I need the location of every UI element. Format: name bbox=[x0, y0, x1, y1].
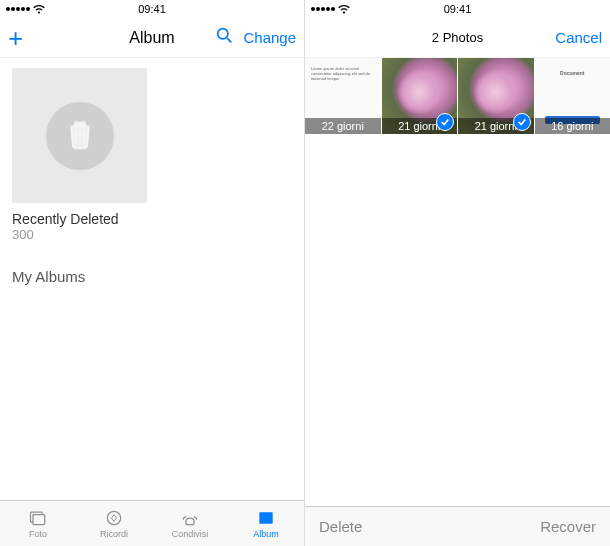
delete-button[interactable]: Delete bbox=[319, 518, 362, 535]
albums-screen: 09:41 + Album Change Recently Deleted 30… bbox=[0, 0, 305, 546]
svg-point-0 bbox=[218, 29, 228, 39]
svg-rect-5 bbox=[259, 512, 272, 524]
search-icon[interactable] bbox=[216, 27, 233, 48]
signal-icons bbox=[6, 5, 45, 14]
status-time: 09:41 bbox=[444, 3, 472, 15]
add-button[interactable]: + bbox=[8, 25, 23, 51]
selection-screen: 09:41 2 Photos Cancel Lorem ipsum dolor … bbox=[305, 0, 610, 546]
days-label: 16 giorni bbox=[535, 118, 611, 134]
my-albums-header: My Albums bbox=[12, 268, 292, 285]
recover-button[interactable]: Recover bbox=[540, 518, 596, 535]
photo-grid: Lorem ipsum dolor sit amet consectetur a… bbox=[305, 58, 610, 506]
svg-line-1 bbox=[228, 38, 232, 42]
wifi-icon bbox=[33, 5, 45, 14]
signal-icons bbox=[311, 5, 350, 14]
svg-rect-3 bbox=[33, 515, 45, 525]
status-time: 09:41 bbox=[138, 3, 166, 15]
photo-thumb-selected[interactable]: 21 giorni bbox=[382, 58, 458, 134]
cellular-icon bbox=[311, 7, 335, 11]
bottom-toolbar: Delete Recover bbox=[305, 506, 610, 546]
tab-label: Foto bbox=[29, 529, 47, 539]
checkmark-icon bbox=[436, 113, 454, 131]
tab-ricordi[interactable]: Ricordi bbox=[76, 501, 152, 546]
tab-label: Condivisi bbox=[172, 529, 209, 539]
cellular-icon bbox=[6, 7, 30, 11]
checkmark-icon bbox=[513, 113, 531, 131]
change-button[interactable]: Change bbox=[243, 29, 296, 46]
nav-bar: + Album Change bbox=[0, 18, 304, 58]
photo-thumb[interactable]: Lorem ipsum dolor sit amet consectetur a… bbox=[305, 58, 381, 134]
wifi-icon bbox=[338, 5, 350, 14]
albums-content: Recently Deleted 300 My Albums bbox=[0, 58, 304, 500]
days-label: 22 giorni bbox=[305, 118, 381, 134]
nav-bar: 2 Photos Cancel bbox=[305, 18, 610, 58]
tab-album[interactable]: Album bbox=[228, 501, 304, 546]
status-bar: 09:41 bbox=[0, 0, 304, 18]
tab-label: Album bbox=[253, 529, 279, 539]
tab-condivisi[interactable]: Condivisi bbox=[152, 501, 228, 546]
cancel-button[interactable]: Cancel bbox=[555, 29, 602, 46]
tab-label: Ricordi bbox=[100, 529, 128, 539]
album-recently-deleted[interactable] bbox=[12, 68, 147, 203]
status-bar: 09:41 bbox=[305, 0, 610, 18]
album-count: 300 bbox=[12, 227, 292, 242]
trash-icon bbox=[46, 102, 114, 170]
album-name: Recently Deleted bbox=[12, 211, 292, 227]
svg-point-4 bbox=[107, 511, 120, 524]
tab-foto[interactable]: Foto bbox=[0, 501, 76, 546]
tab-bar: Foto Ricordi Condivisi Album bbox=[0, 500, 304, 546]
photo-thumb-selected[interactable]: 21 giorni bbox=[458, 58, 534, 134]
photo-thumb[interactable]: Document 16 giorni bbox=[535, 58, 611, 134]
